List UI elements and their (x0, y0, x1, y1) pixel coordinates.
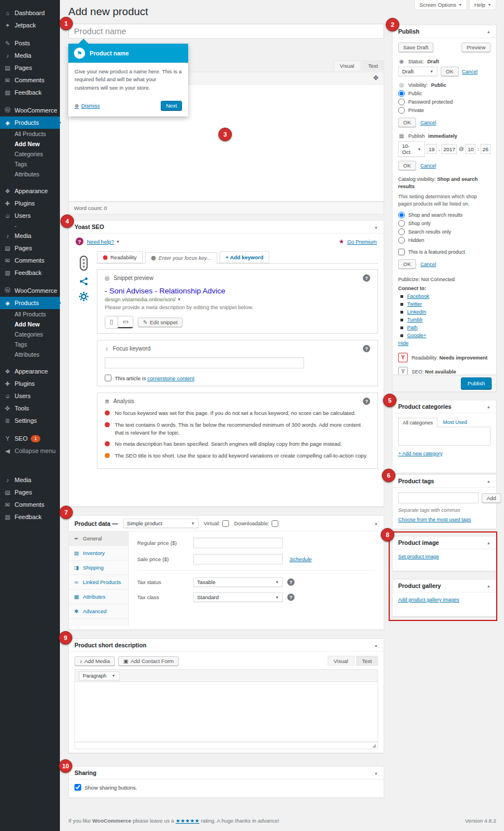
tab-advanced[interactable]: ✱ Advanced (69, 604, 128, 619)
visibility-ok-button[interactable]: OK (398, 118, 416, 127)
category-list-box[interactable] (398, 427, 491, 446)
desktop-preview-icon[interactable]: ▭ (118, 316, 133, 328)
connect-service-link[interactable]: Google+ (407, 333, 426, 338)
sidebar-item[interactable] (0, 457, 60, 474)
collapse-toggle-icon[interactable] (487, 584, 491, 588)
caret-down-icon[interactable]: ▾ (178, 297, 180, 302)
resize-handle-icon[interactable]: ◢ (372, 743, 376, 748)
sidebar-item-users[interactable]: ☺ Users (0, 209, 60, 222)
sidebar-item-all-products[interactable]: All Products (0, 129, 60, 139)
radio-public[interactable]: Public (398, 90, 491, 97)
featured-product-checkbox[interactable] (398, 249, 405, 255)
collapse-toggle-icon[interactable] (374, 771, 378, 775)
mobile-preview-icon[interactable]: ▯ (105, 316, 118, 328)
sidebar-item-categories[interactable]: Categories (0, 329, 60, 339)
help-circle-icon[interactable] (363, 345, 370, 352)
show-sharing-buttons-checkbox[interactable] (74, 784, 81, 791)
go-premium-link[interactable]: Go Premium (347, 239, 377, 245)
tag-input[interactable] (398, 492, 479, 503)
collapse-toggle-icon[interactable] (487, 479, 491, 483)
tab-linked-products[interactable]: ∞ Linked Products (69, 575, 128, 590)
tab-text[interactable]: Text (356, 656, 378, 666)
sidebar-item-attributes[interactable]: Attributes (0, 349, 60, 360)
fullscreen-icon[interactable]: ✥ (373, 75, 379, 82)
focus-keyword-input[interactable] (105, 357, 304, 368)
hide-link[interactable]: Hide (398, 340, 409, 346)
help-circle-icon[interactable] (287, 594, 295, 601)
status-cancel-link[interactable]: Cancel (462, 69, 478, 74)
collapse-toggle-icon[interactable] (374, 225, 378, 229)
sidebar-item-pages[interactable]: ▤ Pages (0, 62, 60, 74)
paragraph-select[interactable]: Paragraph (79, 671, 119, 680)
sidebar-item-products[interactable]: ◈ Products (0, 116, 60, 129)
radio-shop-and-search[interactable]: Shop and search results (398, 212, 491, 218)
sidebar-item[interactable] (0, 99, 60, 104)
connect-service-link[interactable]: LinkedIn (407, 309, 426, 315)
edit-snippet-button[interactable]: ✎ Edit snippet (138, 318, 183, 327)
gear-icon[interactable] (79, 292, 88, 301)
sidebar-item-comments[interactable]: ✉ Comments (0, 498, 60, 511)
tab-shipping[interactable]: ◨ Shipping (69, 561, 128, 575)
add-keyword-button[interactable]: + Add keyword (220, 251, 269, 263)
sale-price-input[interactable] (193, 554, 283, 564)
tab-general[interactable]: ✒ General (69, 531, 128, 546)
sidebar-item-tools[interactable]: ✜ Tools (0, 402, 60, 414)
sidebar-item-woocommerce[interactable]: Ⓦ WooCommerce (0, 104, 60, 116)
day-input[interactable] (427, 144, 437, 154)
collapse-toggle-icon[interactable] (487, 30, 491, 34)
featured-product-checkbox-row[interactable]: This is a featured product (398, 249, 491, 255)
radio-shop-only[interactable]: Shop only (398, 220, 491, 227)
tab-readability[interactable]: Readability (97, 251, 143, 263)
add-tag-button[interactable]: Add (482, 493, 501, 503)
sidebar-item-media[interactable]: ♪ Media (0, 230, 60, 242)
editor-resize-bar[interactable]: ◢ (74, 742, 378, 749)
downloadable-checkbox[interactable] (272, 520, 278, 527)
sidebar-item-collapse-menu[interactable]: ◀ Collapse menu (0, 445, 60, 457)
sidebar-item-tags[interactable]: Tags (0, 339, 60, 349)
sidebar-item-dash[interactable]: - (0, 222, 60, 230)
sidebar-item-comments[interactable]: ✉ Comments (0, 74, 60, 86)
sidebar-item-appearance[interactable]: ❖ Appearance (0, 365, 60, 377)
radio-hidden[interactable]: Hidden (398, 237, 491, 244)
date-cancel-link[interactable]: Cancel (421, 163, 436, 169)
sidebar-item-feedback[interactable]: ▥ Feedback (0, 511, 60, 523)
sidebar-item-add-new[interactable]: Add New (0, 319, 60, 329)
screen-options-button[interactable]: Screen Options ▼ (414, 0, 467, 10)
tab-visual[interactable]: Visual (328, 656, 354, 666)
visibility-cancel-link[interactable]: Cancel (421, 120, 436, 125)
help-circle-icon[interactable] (363, 274, 370, 282)
tab-all-categories[interactable]: All categories (398, 418, 437, 427)
sidebar-item-add-new[interactable]: Add New (0, 139, 60, 149)
sidebar-item-jetpack[interactable]: ✦ Jetpack (0, 19, 60, 31)
sidebar-item-attributes[interactable]: Attributes (0, 169, 60, 179)
snippet-title-link[interactable]: - Soni Advises - Relationship Advice (105, 287, 370, 295)
product-name-input[interactable] (68, 24, 384, 39)
year-input[interactable] (441, 144, 457, 154)
share-icon[interactable] (80, 277, 88, 286)
tab-text[interactable]: Text (362, 60, 384, 71)
preview-button[interactable]: Preview (461, 43, 491, 52)
radio-password-protected[interactable]: Password protected (398, 99, 491, 105)
sidebar-item-settings[interactable]: ≣ Settings (0, 414, 60, 427)
rating-stars-link[interactable]: ★★★★★ (176, 818, 200, 824)
collapse-toggle-icon[interactable] (487, 541, 491, 545)
add-gallery-images-link[interactable]: Add product gallery images (398, 597, 459, 603)
sidebar-item[interactable] (0, 179, 60, 185)
catalog-cancel-link[interactable]: Cancel (421, 262, 436, 267)
date-ok-button[interactable]: OK (398, 161, 416, 170)
tab-inventory[interactable]: ▤ Inventory (69, 546, 128, 561)
connect-service-link[interactable]: Facebook (407, 293, 430, 299)
sidebar-item[interactable] (0, 360, 60, 365)
cornerstone-checkbox[interactable] (105, 375, 111, 381)
minute-input[interactable] (480, 144, 491, 154)
product-type-select[interactable]: Simple product (123, 519, 199, 528)
sidebar-item-media[interactable]: ♪ Media (0, 49, 60, 62)
help-circle-icon[interactable] (363, 398, 370, 405)
add-contact-form-button[interactable]: ▣ Add Contact Form (118, 656, 179, 666)
next-button[interactable]: Next (161, 101, 182, 110)
schedule-link[interactable]: Schedule (290, 556, 312, 562)
sidebar-item-appearance[interactable]: ❖ Appearance (0, 185, 60, 197)
sidebar-item-categories[interactable]: Categories (0, 149, 60, 159)
sidebar-item-plugins[interactable]: ✚ Plugins (0, 377, 60, 390)
cornerstone-content-link[interactable]: cornerstone content (147, 375, 194, 381)
